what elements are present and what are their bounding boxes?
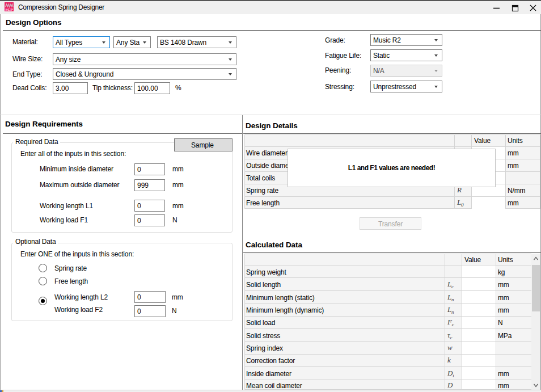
svg-text:SCP: SCP <box>6 7 14 11</box>
